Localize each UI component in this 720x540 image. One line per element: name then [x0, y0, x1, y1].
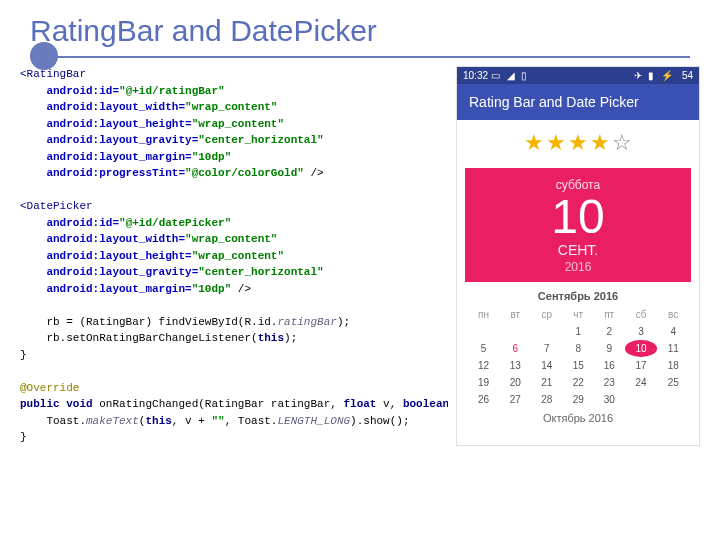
- calendar-day[interactable]: 30: [594, 391, 625, 408]
- calendar-day[interactable]: 15: [563, 357, 594, 374]
- calendar-day[interactable]: 17: [625, 357, 658, 374]
- calendar-day[interactable]: 14: [531, 357, 563, 374]
- calendar-title: Сентябрь 2016: [467, 290, 689, 302]
- calendar-day[interactable]: 2: [594, 323, 625, 340]
- calendar-day[interactable]: 26: [467, 391, 500, 408]
- star-icon[interactable]: ★: [524, 130, 544, 156]
- calendar-day[interactable]: 21: [531, 374, 563, 391]
- calendar-day[interactable]: 6: [500, 340, 531, 357]
- calendar-day[interactable]: 4: [657, 323, 689, 340]
- battery-level: 54: [682, 70, 693, 81]
- star-icon[interactable]: ★: [546, 130, 566, 156]
- dp-weekday: суббота: [469, 178, 687, 192]
- calendar-day[interactable]: 25: [657, 374, 689, 391]
- calendar-day[interactable]: 16: [594, 357, 625, 374]
- calendar-day[interactable]: 12: [467, 357, 500, 374]
- rating-bar[interactable]: ★★★★☆: [457, 120, 699, 160]
- calendar-day: .: [467, 323, 500, 340]
- calendar-day[interactable]: 29: [563, 391, 594, 408]
- dp-month: СЕНТ.: [469, 242, 687, 258]
- calendar-day[interactable]: 1: [563, 323, 594, 340]
- star-icon[interactable]: ☆: [612, 130, 632, 156]
- calendar-dow: вт: [500, 306, 531, 323]
- dp-year: 2016: [469, 260, 687, 274]
- page-title: RatingBar and DatePicker: [30, 14, 690, 48]
- calendar-dow: чт: [563, 306, 594, 323]
- calendar-day[interactable]: 3: [625, 323, 658, 340]
- calendar-dow: пт: [594, 306, 625, 323]
- calendar-day[interactable]: 19: [467, 374, 500, 391]
- calendar-day[interactable]: 8: [563, 340, 594, 357]
- calendar-grid: пнвтсрчтптсбвс...12345678910111213141516…: [467, 306, 689, 408]
- phone-mockup: 10:32 ▭ ◢ ▯ ✈ ▮ ⚡ 54 Rating Bar and Date…: [456, 66, 700, 446]
- calendar-dow: ср: [531, 306, 563, 323]
- calendar-day: .: [500, 323, 531, 340]
- calendar-day[interactable]: 23: [594, 374, 625, 391]
- calendar-day: .: [625, 391, 658, 408]
- star-icon[interactable]: ★: [590, 130, 610, 156]
- slide-header: RatingBar and DatePicker: [0, 0, 720, 64]
- calendar-dow: вс: [657, 306, 689, 323]
- calendar-day[interactable]: 22: [563, 374, 594, 391]
- app-bar: Rating Bar and Date Picker: [457, 84, 699, 120]
- star-icon[interactable]: ★: [568, 130, 588, 156]
- calendar-day[interactable]: 24: [625, 374, 658, 391]
- code-block: <RatingBar android:id="@+id/ratingBar" a…: [20, 66, 448, 446]
- calendar-day[interactable]: 10: [625, 340, 658, 357]
- calendar-dow: пн: [467, 306, 500, 323]
- calendar[interactable]: Сентябрь 2016 пнвтсрчтптсбвс...123456789…: [457, 290, 699, 430]
- calendar-day[interactable]: 11: [657, 340, 689, 357]
- status-icons-left: ▭ ◢ ▯: [491, 70, 530, 81]
- calendar-day[interactable]: 13: [500, 357, 531, 374]
- calendar-day[interactable]: 5: [467, 340, 500, 357]
- status-bar: 10:32 ▭ ◢ ▯ ✈ ▮ ⚡ 54: [457, 67, 699, 84]
- calendar-day[interactable]: 20: [500, 374, 531, 391]
- datepicker-header: суббота 10 СЕНТ. 2016: [465, 168, 691, 282]
- decorative-line: [40, 56, 690, 58]
- calendar-day[interactable]: 28: [531, 391, 563, 408]
- status-icons-right: ✈ ▮ ⚡: [634, 70, 676, 81]
- calendar-dow: сб: [625, 306, 658, 323]
- calendar-day[interactable]: 9: [594, 340, 625, 357]
- calendar-day[interactable]: 7: [531, 340, 563, 357]
- calendar-day[interactable]: 18: [657, 357, 689, 374]
- status-time: 10:32: [463, 70, 488, 81]
- calendar-day: .: [531, 323, 563, 340]
- calendar-next-month: Октябрь 2016: [467, 412, 689, 424]
- calendar-day[interactable]: 27: [500, 391, 531, 408]
- decorative-circle: [30, 42, 58, 70]
- calendar-day: .: [657, 391, 689, 408]
- dp-daynum: 10: [469, 192, 687, 242]
